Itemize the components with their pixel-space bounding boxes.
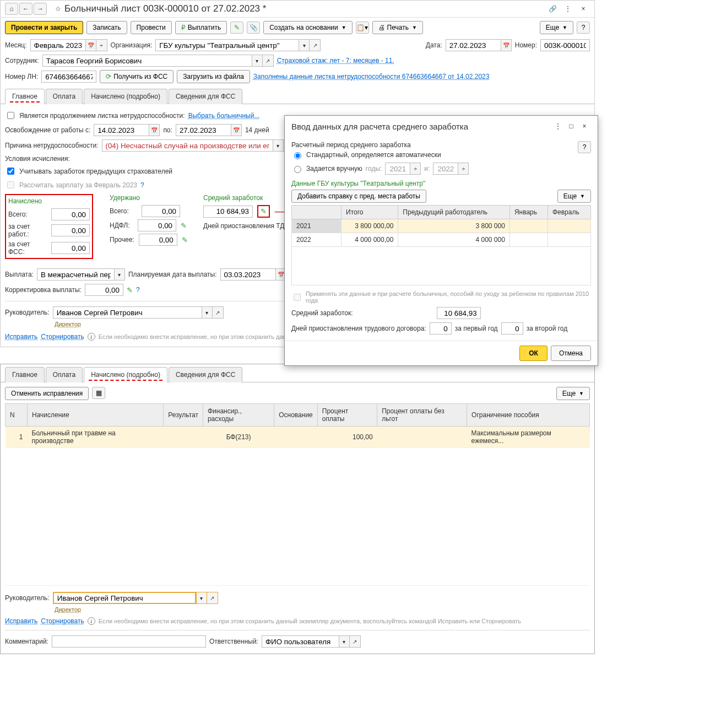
tab-payment[interactable]: Оплата bbox=[46, 89, 83, 104]
accrual-table[interactable]: N Начисление Результат Финансир., расход… bbox=[5, 403, 590, 586]
calendar-icon[interactable]: 📅 bbox=[149, 124, 160, 136]
month-input[interactable] bbox=[30, 39, 85, 51]
link-icon[interactable]: 🔗 bbox=[546, 3, 559, 15]
attach-icon[interactable]: 📎 bbox=[247, 21, 260, 34]
susp1-input[interactable] bbox=[430, 322, 452, 335]
planned-date-input[interactable] bbox=[220, 268, 275, 281]
emp-input[interactable] bbox=[42, 55, 252, 67]
dropdown-icon[interactable]: ▾ bbox=[114, 268, 125, 281]
manual-radio[interactable] bbox=[294, 166, 301, 173]
date-input[interactable] bbox=[446, 39, 501, 51]
correction-input[interactable] bbox=[85, 284, 123, 296]
withheld-ndfl[interactable] bbox=[138, 219, 176, 231]
dropdown-icon[interactable]: ▾ bbox=[299, 39, 310, 51]
home-icon[interactable]: ⌂ bbox=[5, 3, 18, 15]
back-icon[interactable]: ← bbox=[19, 3, 32, 15]
withheld-total[interactable] bbox=[142, 205, 180, 217]
print-button[interactable]: 🖨 Печать▼ bbox=[372, 21, 423, 34]
select-sick-link[interactable]: Выбрать больничный... bbox=[188, 112, 260, 120]
continuation-checkbox[interactable] bbox=[7, 112, 14, 119]
cancel-fix-button[interactable]: Отменить исправления bbox=[5, 387, 89, 400]
tab-fss[interactable]: Сведения для ФСС bbox=[169, 367, 242, 382]
accrued-employer[interactable] bbox=[51, 224, 90, 236]
head-input[interactable] bbox=[53, 306, 202, 319]
reason-input[interactable] bbox=[102, 139, 273, 152]
comment-input[interactable] bbox=[52, 635, 206, 648]
org-input[interactable] bbox=[155, 39, 299, 51]
head-input[interactable] bbox=[53, 592, 196, 604]
help-icon[interactable]: ? bbox=[578, 141, 591, 153]
stepper-icon[interactable]: ÷ bbox=[96, 39, 107, 51]
ln-input[interactable] bbox=[41, 71, 96, 83]
open-icon[interactable]: ↗ bbox=[350, 635, 361, 648]
date-from-input[interactable] bbox=[94, 124, 149, 136]
add-ref-button[interactable]: Добавить справку с пред. места работы bbox=[291, 190, 426, 203]
std-radio[interactable] bbox=[294, 152, 301, 159]
payment-input[interactable] bbox=[37, 268, 114, 281]
pencil-icon[interactable]: ✎ bbox=[181, 222, 187, 230]
table-row[interactable]: 2021 3 800 000,00 3 800 000 bbox=[292, 219, 591, 233]
maximize-icon[interactable]: □ bbox=[565, 120, 578, 132]
dropdown-icon[interactable]: ▾ bbox=[196, 592, 207, 604]
forward-icon[interactable]: → bbox=[34, 3, 47, 15]
accrued-total[interactable] bbox=[51, 208, 90, 220]
susp2-input[interactable] bbox=[501, 322, 523, 335]
create-based-button[interactable]: Создать на основании▼ bbox=[263, 21, 352, 34]
get-fss-button[interactable]: ⟳ Получить из ФСС bbox=[100, 70, 174, 83]
stepper-icon[interactable]: ÷ bbox=[410, 163, 421, 175]
dropdown-icon[interactable]: ▾ bbox=[252, 55, 263, 67]
ok-button[interactable]: ОК bbox=[519, 346, 547, 361]
save-button[interactable]: Записать bbox=[86, 21, 127, 34]
grid-settings-icon[interactable]: ▦ bbox=[92, 387, 105, 399]
accrued-fss[interactable] bbox=[51, 242, 90, 254]
open-icon[interactable]: ↗ bbox=[213, 306, 224, 319]
kebab-icon[interactable]: ⋮ bbox=[551, 120, 565, 132]
fix-link[interactable]: Исправить bbox=[5, 333, 37, 341]
pay-button[interactable]: ₽Выплатить bbox=[175, 21, 227, 34]
close-icon[interactable]: × bbox=[578, 120, 591, 132]
date-to-input[interactable] bbox=[176, 124, 231, 136]
tab-main[interactable]: Главное bbox=[5, 89, 45, 104]
pencil-icon[interactable]: ✎ bbox=[127, 286, 133, 294]
bottom-more-button[interactable]: Еще▼ bbox=[556, 387, 590, 400]
open-icon[interactable]: ↗ bbox=[207, 592, 218, 604]
storno-link[interactable]: Сторнировать bbox=[41, 333, 84, 341]
avg-value[interactable] bbox=[203, 206, 253, 218]
popup-more-button[interactable]: Еще▼ bbox=[557, 190, 591, 203]
help-icon[interactable]: ? bbox=[577, 21, 590, 34]
post-button[interactable]: Провести bbox=[131, 21, 172, 34]
num-input[interactable] bbox=[540, 39, 590, 51]
resp-input[interactable] bbox=[262, 635, 339, 648]
withheld-other[interactable] bbox=[139, 234, 177, 246]
dropdown-icon[interactable]: ▾ bbox=[273, 139, 284, 152]
open-icon[interactable]: ↗ bbox=[263, 55, 274, 67]
experience-link[interactable]: Страховой стаж: лет - 7; месяцев - 11. bbox=[277, 57, 394, 64]
tab-payment[interactable]: Оплата bbox=[46, 367, 83, 382]
tab-accrued[interactable]: Начислено (подробно) bbox=[84, 89, 167, 104]
consider-prev-checkbox[interactable] bbox=[7, 168, 14, 175]
tab-fss[interactable]: Сведения для ФСС bbox=[169, 89, 242, 104]
calendar-icon[interactable]: 📅 bbox=[501, 39, 512, 51]
stepper-icon[interactable]: ÷ bbox=[458, 163, 469, 175]
cancel-button[interactable]: Отмена bbox=[551, 346, 591, 361]
popup-avg-input[interactable] bbox=[437, 307, 481, 319]
year1-input[interactable] bbox=[385, 163, 410, 175]
dropdown-icon[interactable]: ▾ bbox=[202, 306, 213, 319]
table-row[interactable]: 2022 4 000 000,00 4 000 000 bbox=[292, 233, 591, 247]
tab-main[interactable]: Главное bbox=[5, 367, 45, 382]
director-link[interactable]: Директор bbox=[55, 606, 81, 613]
more-button[interactable]: Еще▼ bbox=[540, 21, 573, 34]
load-file-button[interactable]: Загрузить из файла bbox=[177, 70, 250, 83]
close-icon[interactable]: × bbox=[577, 3, 590, 15]
director-link[interactable]: Директор bbox=[55, 321, 81, 327]
ln-data-link[interactable]: Заполнены данные листка нетрудоспособнос… bbox=[253, 73, 490, 80]
year2-input[interactable] bbox=[433, 163, 458, 175]
dropdown-icon[interactable]: ▾ bbox=[339, 635, 350, 648]
pencil-icon[interactable]: ✎ bbox=[230, 21, 243, 34]
calendar-icon[interactable]: 📅 bbox=[231, 124, 242, 136]
calendar-icon[interactable]: 📅 bbox=[85, 39, 96, 51]
clipboard-icon[interactable]: 📋▾ bbox=[356, 21, 369, 34]
post-close-button[interactable]: Провести и закрыть bbox=[5, 21, 83, 34]
storno-link[interactable]: Сторнировать bbox=[41, 617, 84, 625]
star-icon[interactable]: ☆ bbox=[51, 3, 64, 15]
